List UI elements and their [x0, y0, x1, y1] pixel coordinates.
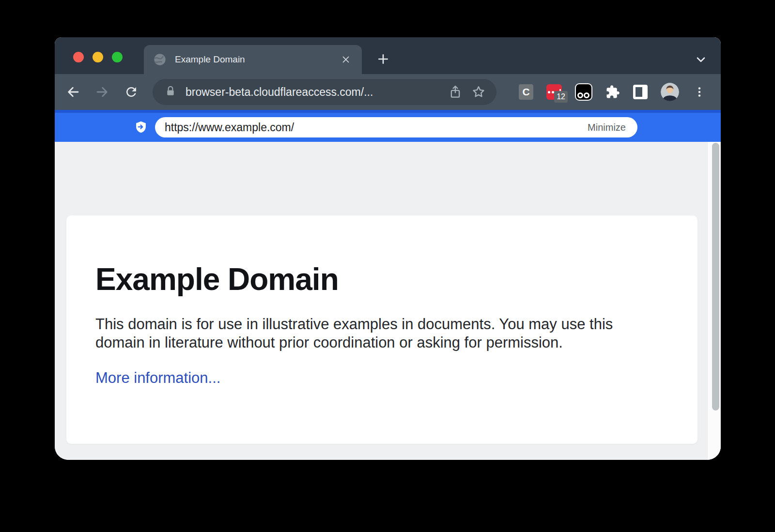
- page-paragraph: This domain is for use in illustrative e…: [95, 315, 660, 352]
- bookmark-star-icon[interactable]: [471, 85, 486, 99]
- tab-close-icon[interactable]: [339, 52, 353, 67]
- browser-menu-kebab-icon[interactable]: [692, 85, 707, 99]
- shield-arrow-icon: [134, 121, 148, 134]
- window-controls: [73, 52, 123, 62]
- reload-button[interactable]: [124, 84, 139, 100]
- dot: [552, 91, 554, 93]
- lens-right: [584, 92, 589, 98]
- extension-c-icon[interactable]: C: [519, 84, 533, 100]
- tab-strip: Example Domain: [55, 37, 721, 74]
- tab-favicon-globe-icon: [153, 53, 167, 66]
- extensions-puzzle-icon[interactable]: [605, 85, 620, 99]
- back-button[interactable]: [65, 84, 81, 100]
- navigation-toolbar: browser-beta.cloudflareaccess.com/... C: [55, 74, 721, 110]
- tab-title: Example Domain: [175, 54, 339, 65]
- address-bar[interactable]: browser-beta.cloudflareaccess.com/...: [153, 79, 496, 105]
- page-viewport: Example Domain This domain is for use in…: [55, 142, 721, 460]
- extension-badge-count: 12: [554, 91, 568, 103]
- minimize-window-button[interactable]: [93, 52, 103, 62]
- isolated-url-text: https://www.example.com/: [165, 121, 588, 134]
- zoom-window-button[interactable]: [112, 52, 123, 62]
- extension-cluster: C 12: [519, 83, 707, 101]
- tab-search-chevron-down-icon[interactable]: [691, 50, 711, 69]
- isolated-url-input[interactable]: https://www.example.com/ Minimize: [155, 117, 637, 137]
- profile-avatar[interactable]: [661, 83, 679, 101]
- extension-c-label: C: [522, 86, 529, 98]
- more-information-link[interactable]: More information...: [95, 369, 220, 387]
- address-bar-url: browser-beta.cloudflareaccess.com/...: [186, 86, 448, 99]
- lens-left: [577, 92, 583, 98]
- lock-icon[interactable]: [164, 85, 179, 99]
- extension-red-dots-icon[interactable]: 12: [546, 84, 562, 100]
- side-panel-inner: [636, 87, 642, 97]
- desktop-background: Example Domain: [0, 0, 775, 532]
- vertical-scrollbar-track[interactable]: [707, 142, 721, 460]
- isolation-banner: https://www.example.com/ Minimize: [55, 110, 721, 142]
- browser-window: Example Domain: [55, 37, 721, 460]
- side-panel-icon[interactable]: [633, 85, 648, 99]
- page-title: Example Domain: [95, 264, 664, 295]
- dot: [548, 91, 550, 93]
- vertical-scrollbar-thumb[interactable]: [712, 143, 719, 410]
- new-tab-button[interactable]: [373, 49, 393, 69]
- tab-example-domain[interactable]: Example Domain: [144, 45, 362, 74]
- extension-black-goggles-icon[interactable]: [575, 83, 592, 101]
- content-card: Example Domain This domain is for use in…: [66, 215, 698, 444]
- share-icon[interactable]: [448, 85, 463, 99]
- minimize-banner-button[interactable]: Minimize: [588, 122, 626, 133]
- close-window-button[interactable]: [73, 52, 84, 62]
- forward-button[interactable]: [94, 84, 110, 100]
